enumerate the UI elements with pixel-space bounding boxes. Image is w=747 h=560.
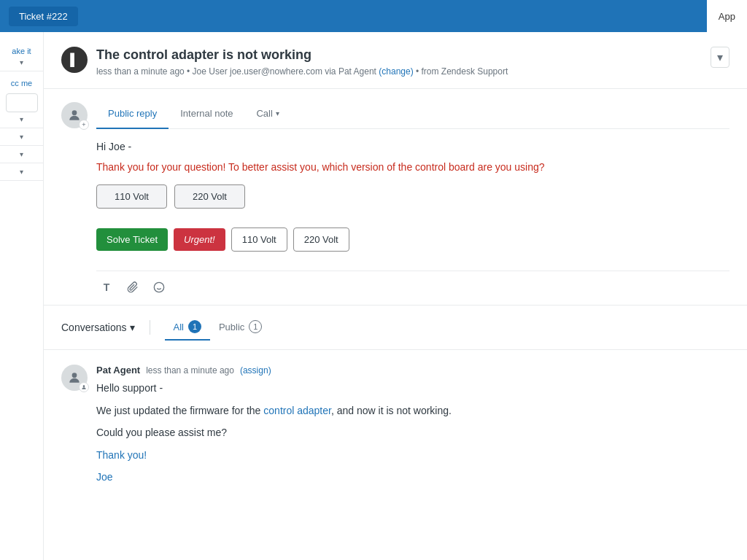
tab-public-reply[interactable]: Public reply bbox=[96, 99, 169, 129]
tab-public[interactable]: Public 1 bbox=[210, 314, 271, 341]
sidebar-row-1: ake it ▾ bbox=[0, 39, 43, 71]
chevron-icon-2[interactable]: ▾ bbox=[20, 115, 23, 123]
chevron-icon-3[interactable]: ▾ bbox=[20, 133, 23, 141]
msg-line-5: Joe bbox=[96, 469, 729, 485]
ticket-dropdown-chevron[interactable]: ▾ bbox=[711, 47, 729, 68]
message-time: less than a minute ago bbox=[146, 365, 234, 376]
volt-220-button[interactable]: 220 Volt bbox=[174, 184, 245, 209]
reply-area: + Public reply Internal note Call ▾ bbox=[44, 89, 747, 306]
msg-highlight-1: control adapter bbox=[263, 405, 331, 416]
message-avatar bbox=[61, 365, 88, 391]
chevron-icon-4[interactable]: ▾ bbox=[20, 150, 23, 158]
msg-line-3: Could you please assist me? bbox=[96, 424, 729, 440]
ticket-header: ▌ The control adapter is not working les… bbox=[44, 32, 747, 89]
urgent-button[interactable]: Urgent! bbox=[174, 228, 225, 251]
ticket-meta-from: • from Zendesk Support bbox=[416, 66, 508, 77]
emoji-icon[interactable] bbox=[149, 277, 169, 298]
message-item: Pat Agent less than a minute ago (assign… bbox=[61, 365, 729, 491]
top-bar: Ticket #222 App bbox=[0, 0, 747, 32]
sidebar-link-2[interactable]: cc me bbox=[9, 76, 34, 90]
macro-220-button[interactable]: 220 Volt bbox=[293, 228, 349, 252]
sidebar-row-5: ▾ bbox=[0, 163, 43, 181]
svg-point-0 bbox=[72, 111, 77, 116]
editor-toolbar: T bbox=[96, 271, 729, 305]
message-header: Pat Agent less than a minute ago (assign… bbox=[96, 365, 729, 376]
text-format-icon[interactable]: T bbox=[96, 277, 117, 298]
tab-internal-note[interactable]: Internal note bbox=[169, 99, 244, 129]
sidebar-row-2: cc me ▾ bbox=[0, 71, 43, 128]
reply-tabs: Public reply Internal note Call ▾ bbox=[96, 99, 729, 129]
message-body: Pat Agent less than a minute ago (assign… bbox=[96, 365, 729, 491]
tab-all[interactable]: All 1 bbox=[165, 314, 210, 341]
sidebar: ake it ▾ cc me ▾ ▾ ▾ ▾ bbox=[0, 32, 44, 560]
ticket-meta: less than a minute ago • Joe User joe.us… bbox=[96, 66, 508, 77]
svg-point-5 bbox=[83, 386, 85, 388]
ticket-meta-text: less than a minute ago • Joe User joe.us… bbox=[96, 66, 376, 77]
svg-point-1 bbox=[154, 283, 163, 292]
reply-avatar: + bbox=[61, 102, 88, 128]
tab-call[interactable]: Call ▾ bbox=[244, 99, 290, 129]
ticket-title: The control adapter is not working bbox=[96, 47, 508, 63]
svg-point-4 bbox=[72, 373, 77, 378]
message-thread: Pat Agent less than a minute ago (assign… bbox=[44, 350, 747, 517]
public-badge: 1 bbox=[249, 320, 262, 333]
app-button[interactable]: App bbox=[707, 0, 747, 32]
msg-line-4: Thank you! bbox=[96, 447, 729, 463]
macro-110-button[interactable]: 110 Volt bbox=[231, 228, 287, 252]
sidebar-link-1[interactable]: ake it bbox=[10, 44, 32, 58]
reply-content: Hi Joe - Thank you for your question! To… bbox=[96, 129, 729, 271]
all-badge: 1 bbox=[188, 320, 201, 333]
message-avatar-badge bbox=[79, 382, 89, 392]
chevron-icon-1[interactable]: ▾ bbox=[20, 58, 23, 66]
message-text: Hello support - We just updated the firm… bbox=[96, 380, 729, 485]
brand-icon: ▌ bbox=[61, 47, 88, 73]
ticket-tab[interactable]: Ticket #222 bbox=[9, 7, 78, 26]
change-link[interactable]: (change) bbox=[379, 66, 413, 77]
reply-question: Thank you for your question! To better a… bbox=[96, 161, 729, 173]
main-content: ▌ The control adapter is not working les… bbox=[44, 32, 747, 560]
ticket-header-left: ▌ The control adapter is not working les… bbox=[61, 47, 508, 77]
conversations-chevron: ▾ bbox=[130, 322, 135, 333]
chevron-icon-5[interactable]: ▾ bbox=[20, 168, 23, 176]
macro-buttons-row: Solve Ticket Urgent! 110 Volt 220 Volt bbox=[96, 220, 729, 262]
ticket-info: The control adapter is not working less … bbox=[96, 47, 508, 77]
volt-110-button[interactable]: 110 Volt bbox=[96, 184, 167, 209]
conversations-divider bbox=[150, 320, 150, 335]
conversations-bar: Conversations ▾ All 1 Public 1 bbox=[44, 306, 747, 350]
call-dropdown-icon: ▾ bbox=[276, 109, 279, 117]
sidebar-row-3: ▾ bbox=[0, 128, 43, 146]
solve-ticket-button[interactable]: Solve Ticket bbox=[96, 228, 168, 251]
msg-line-1: Hello support - bbox=[96, 380, 729, 396]
avatar-badge-icon: + bbox=[79, 120, 89, 130]
msg-line-2: We just updated the firmware for the con… bbox=[96, 402, 729, 419]
sidebar-row-4: ▾ bbox=[0, 146, 43, 163]
assign-link[interactable]: (assign) bbox=[240, 365, 271, 376]
message-author: Pat Agent bbox=[96, 365, 140, 376]
conversations-label[interactable]: Conversations ▾ bbox=[61, 322, 135, 333]
reply-greeting[interactable]: Hi Joe - bbox=[96, 141, 729, 152]
attachment-icon[interactable] bbox=[123, 277, 143, 298]
reply-panel: Public reply Internal note Call ▾ Hi Joe… bbox=[96, 99, 729, 305]
sidebar-input-1[interactable] bbox=[6, 93, 38, 112]
volt-buttons-row: 110 Volt 220 Volt bbox=[96, 184, 729, 209]
